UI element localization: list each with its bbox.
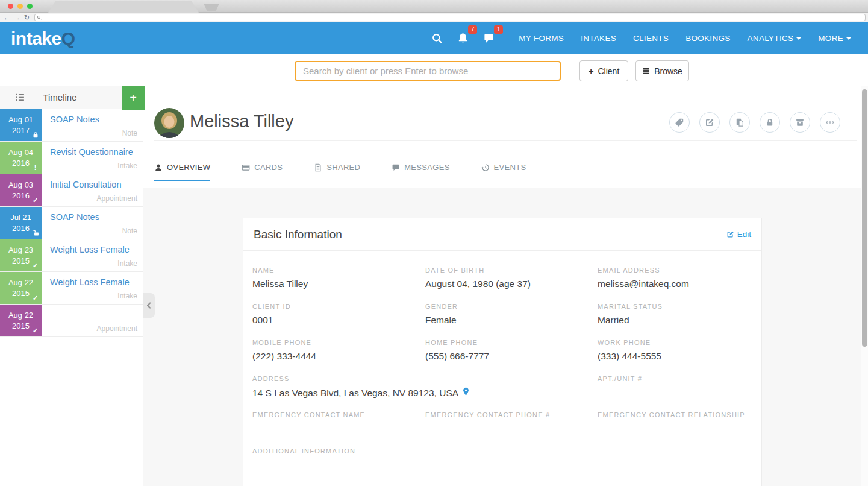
new-tab-button[interactable]: [204, 4, 219, 11]
timeline-item-title[interactable]: SOAP Notes: [50, 115, 99, 124]
timeline-date: Jul 21: [0, 212, 42, 223]
caret-down-icon: [796, 37, 801, 40]
timeline-item[interactable]: Aug 232015✓Weight Loss FemaleIntake: [0, 239, 143, 272]
vertical-scrollbar[interactable]: [861, 86, 868, 486]
tag-button[interactable]: [669, 112, 690, 133]
nav-item-label: CLIENTS: [633, 34, 669, 43]
basic-info-header: Basic Information Edit: [243, 218, 761, 251]
lock-button[interactable]: [760, 112, 780, 133]
basic-info-card: Basic Information Edit NAMEMelissa Tille…: [243, 218, 762, 486]
notifications-button[interactable]: 7: [450, 28, 476, 49]
field-label: ADDITIONAL INFORMATION: [252, 447, 752, 455]
info-field-additional-information: ADDITIONAL INFORMATION: [252, 446, 752, 482]
timeline-item[interactable]: Aug 032016✓Initial ConsultationAppointme…: [0, 174, 143, 207]
url-bar[interactable]: [34, 14, 866, 21]
info-field-address: ADDRESS14 S Las Vegas Blvd, Las Vegas, N…: [252, 374, 598, 410]
edit-basic-info-link[interactable]: Edit: [726, 230, 751, 239]
client-header: Melissa Tilley OVERVIEWCARDSSHAREDMESSAG…: [143, 86, 868, 188]
client-avatar[interactable]: [154, 108, 184, 138]
browser-tabstrip: [0, 0, 868, 13]
info-field-marital-status: MARITAL STATUSMarried: [598, 301, 752, 338]
edit-button[interactable]: [699, 112, 720, 133]
window-minimize-icon[interactable]: [17, 4, 23, 9]
archive-button[interactable]: [790, 112, 810, 133]
sidebar-collapse-handle[interactable]: [143, 293, 155, 318]
map-pin-icon[interactable]: [462, 387, 470, 396]
tab-overview[interactable]: OVERVIEW: [154, 163, 210, 181]
header-divider: [154, 140, 857, 141]
status-check-icon: ✓: [31, 327, 39, 335]
client-actions: [669, 112, 840, 133]
timeline-item[interactable]: Aug 222015✓Weight Loss FemaleIntake: [0, 272, 143, 305]
nav-item-analytics[interactable]: ANALYTICS: [739, 28, 810, 49]
browser-tab[interactable]: [48, 1, 199, 13]
app-navbar: intakeQ 7 1 MY FORMSINTAKESCLIENTSBOOKIN…: [0, 22, 868, 54]
reload-icon[interactable]: ↻: [24, 13, 31, 22]
info-field-mobile-phone: MOBILE PHONE(222) 333-4444: [252, 338, 425, 374]
chevron-left-icon: [145, 301, 153, 309]
tab-label: CARDS: [254, 163, 283, 172]
person-icon: [154, 163, 163, 172]
info-field-emergency-contact-name: EMERGENCY CONTACT NAME: [252, 410, 425, 446]
copy-button[interactable]: [729, 112, 750, 133]
timeline-item[interactable]: Jul 212016SOAP NotesNote: [0, 207, 143, 239]
nav-item-label: ANALYTICS: [748, 34, 794, 43]
timeline-item-title[interactable]: Weight Loss Female: [50, 277, 130, 287]
nav-item-more[interactable]: MORE: [810, 28, 860, 49]
caret-down-icon: [846, 37, 851, 40]
field-value: (222) 333-4444: [252, 351, 316, 362]
intakeq-logo[interactable]: intakeQ: [11, 28, 75, 49]
tab-cards[interactable]: CARDS: [242, 163, 283, 181]
timeline-date-block: Aug 032016✓: [0, 174, 42, 206]
field-label: NAME: [252, 267, 425, 274]
client-search-input[interactable]: [295, 61, 561, 81]
app-screen: ← → ↻ intakeQ 7 1 MY FORMSINTAKESCLIENTS…: [0, 0, 868, 486]
timeline-item-body: Weight Loss FemaleIntake: [42, 272, 143, 304]
nav-item-my-forms[interactable]: MY FORMS: [510, 28, 572, 49]
timeline-item-title[interactable]: Weight Loss Female: [50, 245, 130, 254]
field-label: EMAIL ADDRESS: [598, 267, 752, 274]
archive-icon: [795, 118, 805, 127]
nav-item-clients[interactable]: CLIENTS: [625, 28, 677, 49]
chat-bubble-icon: [483, 33, 495, 44]
timeline-item-title[interactable]: Revisit Questionnaire: [50, 147, 133, 157]
field-label: GENDER: [425, 303, 598, 310]
tab-events[interactable]: EVENTS: [481, 163, 526, 181]
timeline-item-body: Initial ConsultationAppointment: [42, 174, 143, 206]
info-field-work-phone: WORK PHONE(333) 444-5555: [598, 338, 752, 374]
list-icon: [642, 67, 650, 75]
messages-button[interactable]: 1: [476, 28, 502, 49]
forward-icon[interactable]: →: [14, 13, 20, 22]
timeline-item[interactable]: Aug 042016!Revisit QuestionnaireIntake: [0, 142, 143, 174]
browser-chrome: ← → ↻: [0, 0, 868, 22]
more-button[interactable]: [820, 112, 840, 133]
back-icon[interactable]: ←: [4, 13, 10, 22]
status-unlock-icon: [31, 229, 39, 237]
nav-item-label: INTAKES: [581, 34, 616, 43]
timeline-item-title[interactable]: Initial Consultation: [50, 180, 122, 189]
nav-item-bookings[interactable]: BOOKINGS: [677, 28, 738, 49]
nav-item-intakes[interactable]: INTAKES: [572, 28, 625, 49]
copy-icon: [735, 118, 745, 127]
card-icon: [242, 163, 250, 172]
timeline-item-title[interactable]: SOAP Notes: [50, 212, 99, 222]
add-client-button[interactable]: + Client: [579, 60, 628, 81]
window-zoom-icon[interactable]: [27, 4, 33, 9]
tab-label: MESSAGES: [404, 163, 449, 172]
window-close-icon[interactable]: [8, 4, 13, 9]
timeline-item[interactable]: Aug 012017SOAP NotesNote: [0, 109, 143, 142]
timeline-item[interactable]: Aug 222015✓Appointment: [0, 305, 143, 337]
timeline-item-body: Revisit QuestionnaireIntake: [42, 142, 143, 174]
field-label: WORK PHONE: [598, 339, 752, 346]
tab-messages[interactable]: MESSAGES: [392, 163, 449, 181]
field-label: DATE OF BIRTH: [425, 267, 598, 274]
logo-text: intake: [11, 28, 61, 48]
tab-shared[interactable]: SHARED: [314, 163, 360, 181]
scrollbar-thumb[interactable]: [862, 89, 867, 347]
tab-label: SHARED: [326, 163, 360, 172]
field-value: (333) 444-5555: [598, 351, 661, 362]
nav-item-label: MORE: [818, 34, 843, 43]
add-timeline-item-button[interactable]: +: [122, 86, 145, 110]
nav-search-button[interactable]: [424, 28, 450, 49]
browse-button[interactable]: Browse: [635, 60, 689, 81]
